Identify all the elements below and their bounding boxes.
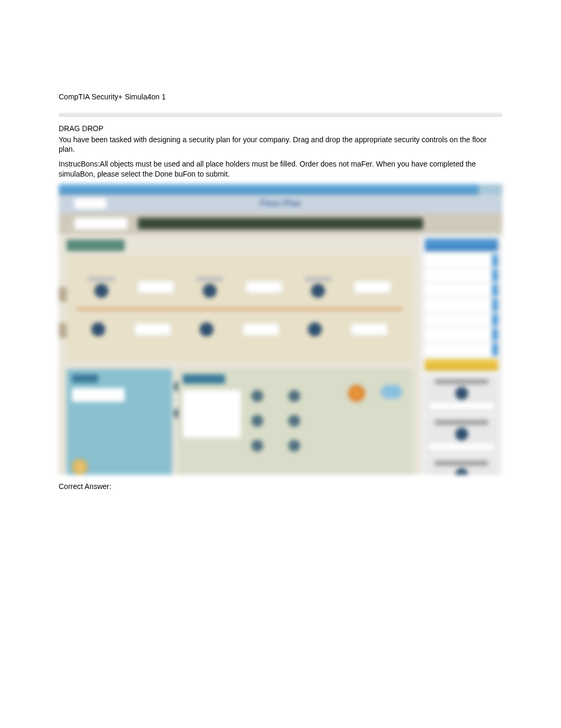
computer-icon <box>455 428 468 440</box>
server-icon <box>251 440 263 451</box>
sim-dropzone[interactable] <box>428 402 495 410</box>
sim-body <box>59 234 502 475</box>
sim-done-button[interactable] <box>425 359 498 371</box>
sim-workstation <box>91 322 105 336</box>
simulation-screenshot: Floor Plan <box>59 184 502 475</box>
sim-workstation <box>88 277 115 298</box>
sim-dropzone[interactable] <box>242 323 279 336</box>
sim-workstation <box>200 322 213 336</box>
sim-workstation <box>305 277 331 298</box>
server-icon <box>288 390 300 402</box>
sim-legend-item <box>425 417 498 454</box>
computer-icon <box>308 322 322 336</box>
sim-dropzone[interactable] <box>72 388 125 402</box>
server-icon <box>288 415 300 427</box>
sim-sub-content <box>138 218 423 229</box>
sim-draggable-control[interactable] <box>425 343 498 356</box>
sim-desk-label <box>197 277 223 282</box>
sim-draggable-control[interactable] <box>425 299 498 311</box>
sim-title-bar: Floor Plan <box>59 195 502 213</box>
computer-icon <box>95 284 108 298</box>
sim-sub-bar <box>59 213 502 234</box>
question-instructions: InstrucBons:All objects must be used and… <box>59 159 502 178</box>
computer-icon <box>91 322 105 336</box>
sim-draggable-control[interactable] <box>425 269 498 282</box>
person-icon <box>72 459 88 475</box>
server-icon <box>288 440 300 451</box>
sim-legend-item <box>425 457 498 475</box>
sim-network-line <box>77 308 402 310</box>
sim-title-button <box>74 198 106 209</box>
correct-answer-label: Correct Answer: <box>59 482 502 491</box>
sim-datacenter-area <box>177 369 413 475</box>
sim-window-top-bar <box>59 184 502 195</box>
question-type-label: DRAG DROP <box>59 124 502 133</box>
sim-draggable-control[interactable] <box>425 314 498 326</box>
sim-lobby-label <box>72 374 98 383</box>
sim-desk-label <box>88 277 115 282</box>
sim-draggable-control[interactable] <box>425 328 498 341</box>
computer-icon <box>455 468 468 475</box>
sim-legend-label <box>435 379 489 384</box>
sim-dropzone[interactable] <box>351 323 388 336</box>
sim-main-area <box>59 234 420 475</box>
page-title: CompTIA Security+ Simula4on 1 <box>59 93 502 101</box>
sim-dropzone[interactable] <box>137 281 174 293</box>
server-icon <box>251 415 263 427</box>
sim-desk-row-top <box>77 266 402 308</box>
computer-icon <box>311 284 325 298</box>
sim-department-label <box>67 239 125 251</box>
sim-legend-label <box>435 420 489 425</box>
sim-lobby-area <box>67 369 172 475</box>
sim-datacenter-label <box>183 374 225 384</box>
question-prompt: You have been tasked with designing a se… <box>59 135 502 154</box>
sim-legend-label <box>435 460 489 466</box>
sim-draggable-control[interactable] <box>425 254 498 267</box>
sim-workstation <box>308 322 322 336</box>
sim-office-area <box>67 255 413 361</box>
sim-window-control <box>479 184 502 195</box>
server-icon <box>251 390 263 402</box>
sim-dropzone[interactable] <box>354 281 391 293</box>
sim-legend-item <box>425 376 498 413</box>
computer-icon <box>200 322 213 336</box>
sim-dropzone[interactable] <box>134 323 171 336</box>
sim-dropzone[interactable] <box>183 390 241 438</box>
section-divider <box>59 113 502 117</box>
firewall-icon <box>348 385 365 402</box>
sim-sub-label <box>74 218 127 229</box>
cloud-icon <box>381 385 402 399</box>
computer-icon <box>455 387 468 400</box>
sim-panel-header <box>425 238 498 251</box>
sim-controls-panel <box>420 234 502 475</box>
sim-server-grid <box>251 390 304 451</box>
sim-dropzone[interactable] <box>428 443 495 451</box>
sim-desk-label <box>305 277 331 282</box>
sim-title-text: Floor Plan <box>260 199 301 208</box>
sim-dropzone[interactable] <box>246 281 283 293</box>
sim-legend <box>425 376 498 475</box>
sim-workstation <box>197 277 223 298</box>
sim-draggable-control[interactable] <box>425 284 498 297</box>
sim-lower-area <box>67 369 413 475</box>
sim-desk-row-bottom <box>77 308 402 351</box>
computer-icon <box>203 284 217 298</box>
